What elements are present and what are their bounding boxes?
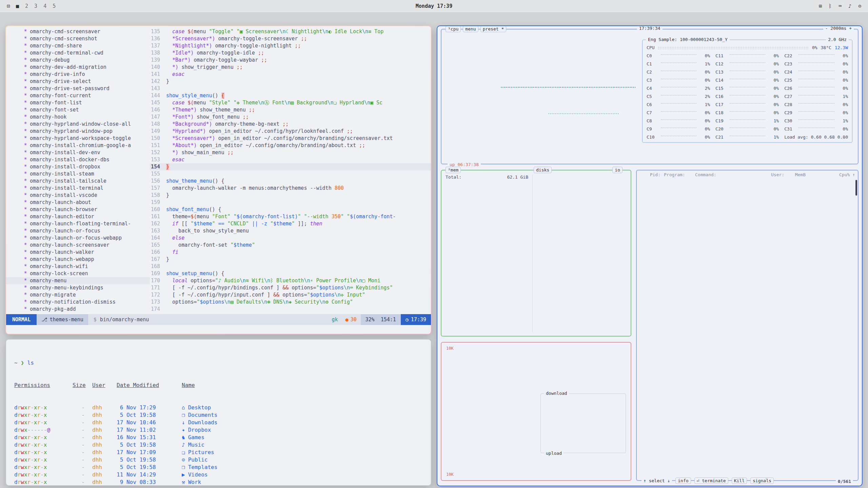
file-item[interactable]: *omarchy-launch-floating-terminal- [6,220,150,227]
files-terminal-body[interactable]: ~ ❯ ls Permissions Size User Date Modifi… [6,340,431,485]
disks-tab[interactable]: disks [534,167,552,173]
core-pct: 1% [836,118,848,123]
file-item[interactable]: *omarchy-install-chromium-google-a [6,142,150,149]
proc-scrollbar[interactable] [855,180,857,196]
file-item[interactable]: *omarchy-install-docker-dbs [6,156,150,163]
kill-button[interactable]: Kill [732,477,747,484]
io-tab[interactable]: io [612,167,623,173]
cpu-tab-3[interactable]: preset * [480,26,507,32]
cpu-tab-2[interactable]: menu [463,26,478,32]
workspace-3[interactable]: 2 [25,3,28,9]
bluetooth-icon[interactable]: ᛒ [829,3,832,9]
core-row: C100% [647,133,710,141]
file-item[interactable]: *omarchy-launch-or-focus-webapp [6,235,150,242]
workspace-2[interactable]: ■ [16,3,19,9]
file-item[interactable]: *omarchy-debug [6,57,150,64]
mem-stat: Total:62.1 GiB [446,175,528,180]
file-item[interactable]: *omarchy-hook [6,114,150,121]
folder-name[interactable]: Work [188,479,201,485]
core-pct: 0% [836,126,848,131]
line-number: 162 [150,220,166,227]
file-item[interactable]: *omarchy-launch-or-focus [6,227,150,235]
workspace-5[interactable]: 4 [43,3,46,9]
file-icon: * [21,306,30,313]
keyboard-icon[interactable]: ⌨ [839,3,842,9]
mem-tab[interactable]: ²mem [446,167,461,173]
file-item[interactable]: *omarchy-cmd-screenshot [6,35,150,42]
folder-name[interactable]: Public [188,456,208,463]
file-item[interactable]: *omarchy-launch-wifi [6,263,150,270]
file-name: omarchy-launch-walker [30,249,94,256]
col-memb[interactable]: MemB [790,172,806,177]
col-command[interactable]: Command: [695,172,771,177]
file-item[interactable]: *omarchy-font-list [6,99,150,106]
file-item[interactable]: *omarchy-notification-dismiss [6,299,150,306]
volume-icon[interactable]: ♪ [848,3,851,9]
power-icon[interactable]: ⊙ [858,3,861,9]
terminate-button[interactable]: ⏎ terminate [694,477,728,484]
select-hint[interactable]: ↑ select ↓ [642,478,672,483]
folder-name[interactable]: Documents [188,412,218,418]
file-item[interactable]: *omarchy-launch-browser [6,206,150,213]
file-item[interactable]: *omarchy-menu-keybindings [6,284,150,291]
folder-name[interactable]: Desktop [188,404,211,411]
core-leader [730,87,765,87]
col-user[interactable]: User: [771,172,790,177]
workspace-6[interactable]: 5 [53,3,56,9]
folder-name[interactable]: Downloads [188,419,218,426]
folder-name[interactable]: Pictures [188,449,214,455]
file-item[interactable]: *omarchy-install-vscode [6,192,150,199]
file-item[interactable]: *omarchy-cmd-screensaver [6,28,150,35]
cpu-total-meter [658,46,808,49]
info-button[interactable]: info [675,477,691,484]
workspace-4[interactable]: 3 [34,3,37,9]
file-item[interactable]: *omarchy-install-terminal [6,185,150,192]
file-item[interactable]: *omarchy-install-dev-env [6,149,150,156]
update-interval[interactable]: - 2000ms + [823,26,854,31]
file-item[interactable]: *omarchy-dev-add-migration [6,64,150,71]
col-pid[interactable]: Pid: [640,172,660,177]
file-item[interactable]: *omarchy-font-set [6,106,150,114]
file-item[interactable]: *omarchy-install-tailscale [6,178,150,185]
file-item[interactable]: *omarchy-cmd-share [6,42,150,49]
editor-body[interactable]: *omarchy-cmd-screensaver*omarchy-cmd-scr… [6,26,431,314]
file-item[interactable]: *omarchy-install-steam [6,170,150,178]
folder-name[interactable]: Music [188,442,204,448]
file-item[interactable]: *omarchy-hyprland-window-close-all [6,121,150,128]
screenshare-icon[interactable]: ⊞ [819,3,822,9]
filename: bin/omarchy-menu [100,317,149,323]
signals-button[interactable]: signals [750,477,774,484]
cpu-tab-1[interactable]: ¹cpu [446,26,461,32]
file-item[interactable]: *omarchy-launch-screensaver [6,242,150,249]
file-item[interactable]: *omarchy-hyprland-window-pop [6,128,150,135]
file-item[interactable]: *omarchy-launch-about [6,199,150,206]
file-item[interactable]: *omarchy-drive-info [6,71,150,78]
cell-size: - [73,441,92,449]
workspace-1[interactable]: ⊡ [7,3,10,9]
file-icon: * [21,149,30,156]
core-row: C180% [715,108,779,117]
file-item[interactable]: *omarchy-lock-screen [6,270,150,277]
folder-name[interactable]: Games [188,434,204,441]
file-item[interactable]: *omarchy-drive-select [6,78,150,85]
col-cpu[interactable]: Cpu% ↑ [836,172,855,177]
col-program[interactable]: Program: [664,172,695,177]
file-item[interactable]: *omarchy-drive-set-password [6,85,150,92]
file-item[interactable]: *omarchy-launch-webapp [6,256,150,263]
core-leader [798,95,834,96]
file-item[interactable]: *omarchy-menu [6,277,150,284]
file-item[interactable]: *omarchy-font-current [6,92,150,99]
folder-name[interactable]: Videos [188,471,208,478]
code-line: 158} [150,192,431,199]
core-pct: 0% [698,69,710,75]
file-item[interactable]: *omarchy-cmd-terminal-cwd [6,49,150,57]
line-number: 165 [150,242,166,249]
file-item[interactable]: *omarchy-install-dropbox [6,163,150,170]
folder-name[interactable]: Templates [188,464,218,470]
file-item[interactable]: *omarchy-migrate [6,291,150,299]
file-item[interactable]: *omarchy-pkg-add [6,306,150,313]
file-item[interactable]: *omarchy-launch-walker [6,249,150,256]
file-item[interactable]: *omarchy-launch-editor [6,213,150,220]
folder-name[interactable]: Dropbox [188,427,211,433]
file-item[interactable]: *omarchy-hyprland-workspace-toggle [6,135,150,142]
